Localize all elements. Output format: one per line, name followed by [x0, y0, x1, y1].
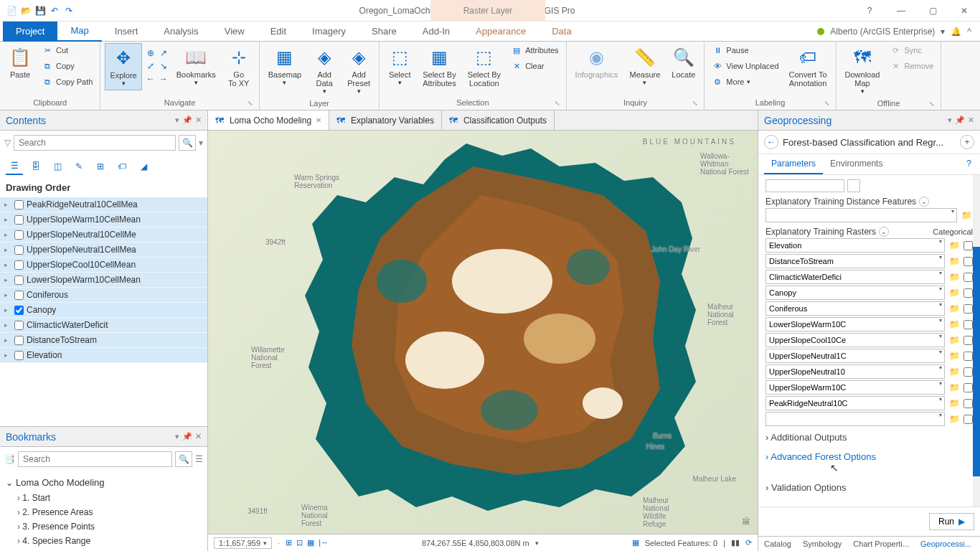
gp-bottom-tab[interactable]: Chart Properti...: [847, 537, 915, 551]
close-icon[interactable]: ✕: [954, 1, 974, 21]
categorical-checkbox[interactable]: [963, 273, 973, 282]
sb-icon[interactable]: |↔: [319, 538, 329, 547]
toc-layer-item[interactable]: ▸PeakRidgeNeutral10CellMea: [0, 197, 207, 212]
section-validation-options[interactable]: Validation Options: [765, 478, 973, 497]
dialog-launcher-icon[interactable]: ⤡: [692, 100, 698, 107]
dialog-launcher-icon[interactable]: ⤡: [555, 100, 560, 107]
layer-visibility-checkbox[interactable]: [14, 336, 24, 345]
tab-appearance[interactable]: Appearance: [463, 22, 539, 42]
help-icon[interactable]: ?: [859, 1, 880, 21]
raster-input[interactable]: [765, 270, 945, 284]
bookmarks-search-input[interactable]: [18, 451, 172, 467]
help-icon[interactable]: ?: [963, 154, 974, 174]
notifications-icon[interactable]: 🔔: [951, 27, 961, 37]
locate-button[interactable]: 🔍Locate: [667, 43, 699, 82]
copy-path-button[interactable]: ⧉Copy Path: [39, 75, 95, 89]
raster-input[interactable]: [765, 317, 945, 331]
sb-icon[interactable]: ▦: [307, 538, 314, 547]
list-drawing-order-icon[interactable]: ☰: [6, 158, 23, 175]
browse-folder-icon[interactable]: 📁: [948, 413, 961, 425]
explore-button[interactable]: ✥Explore▾: [105, 43, 141, 90]
tab-share[interactable]: Share: [359, 22, 410, 42]
tab-edit[interactable]: Edit: [258, 22, 299, 42]
layer-visibility-checkbox[interactable]: [14, 321, 24, 330]
categorical-checkbox[interactable]: [963, 304, 973, 314]
gp-bottom-tab[interactable]: Symbology: [797, 537, 847, 551]
layer-visibility-checkbox[interactable]: [14, 230, 24, 240]
raster-input[interactable]: [765, 412, 945, 426]
run-button[interactable]: Run▶: [929, 513, 974, 530]
gp-bottom-tab[interactable]: Geoprocessi...: [915, 537, 977, 551]
gp-chk[interactable]: [847, 179, 860, 192]
list-editing-icon[interactable]: ✎: [70, 158, 88, 175]
coords-dropdown-icon[interactable]: ▾: [535, 540, 539, 547]
expand-icon[interactable]: ▸: [4, 336, 11, 344]
list-snapping-icon[interactable]: ⊞: [92, 158, 109, 175]
search-button[interactable]: 🔍: [175, 451, 192, 467]
layer-visibility-checkbox[interactable]: [14, 276, 24, 285]
tab-view[interactable]: View: [212, 22, 258, 42]
map-tab[interactable]: 🗺Explanatory Variables: [329, 110, 442, 130]
close-pane-icon[interactable]: ✕: [195, 116, 202, 125]
bookmarks-menu-icon[interactable]: ☰: [195, 454, 203, 464]
raster-input[interactable]: [765, 254, 945, 268]
layer-visibility-checkbox[interactable]: [14, 215, 24, 225]
browse-folder-icon[interactable]: 📁: [948, 381, 961, 394]
raster-input[interactable]: [765, 286, 945, 300]
toc-layer-item[interactable]: ▸UpperSlopeWarm10CellMean: [0, 212, 207, 227]
expand-icon[interactable]: ▸: [4, 261, 11, 268]
basemap-button[interactable]: ▦Basemap▾: [264, 43, 306, 89]
search-menu-icon[interactable]: ▾: [199, 138, 203, 148]
gp-bottom-tab[interactable]: Catalog: [758, 537, 797, 551]
tab-imagery[interactable]: Imagery: [299, 22, 359, 42]
bookmark-group[interactable]: Loma Ocho Modeling: [6, 474, 202, 491]
raster-input[interactable]: [765, 333, 945, 347]
search-button[interactable]: 🔍: [179, 135, 196, 151]
browse-folder-icon[interactable]: 📁: [960, 209, 973, 222]
browse-folder-icon[interactable]: 📁: [948, 397, 961, 410]
browse-folder-icon[interactable]: 📁: [948, 255, 961, 268]
browse-folder-icon[interactable]: 📁: [948, 270, 961, 283]
toc-layer-item[interactable]: ▸Canopy: [0, 303, 207, 318]
categorical-checkbox[interactable]: [963, 352, 973, 361]
convert-annotation-button[interactable]: 🏷Convert To Annotation: [785, 43, 831, 90]
dialog-launcher-icon[interactable]: ⤡: [248, 100, 253, 107]
layer-visibility-checkbox[interactable]: [14, 351, 24, 360]
close-tab-icon[interactable]: ✕: [316, 116, 321, 124]
toc-layer-item[interactable]: ▸Coniferous: [0, 288, 207, 303]
toc-layer-item[interactable]: ▸DistanceToStream: [0, 333, 207, 348]
tab-addin[interactable]: Add-In: [410, 22, 463, 42]
raster-input[interactable]: [765, 349, 945, 363]
collapse-ribbon-icon[interactable]: ^: [967, 27, 971, 37]
map-tab[interactable]: 🗺Classification Outputs: [442, 110, 555, 130]
dialog-launcher-icon[interactable]: ⤡: [929, 100, 935, 108]
toc-layer-item[interactable]: ▸UpperSlopeCool10CellMean: [0, 258, 207, 273]
bookmarks-button[interactable]: 📖Bookmarks▾: [172, 43, 220, 89]
user-name[interactable]: Alberto (ArcGIS Enterprise): [830, 27, 935, 37]
dropdown-icon[interactable]: ▾: [948, 116, 952, 125]
map-canvas[interactable]: BLUE MOUNTAINS Wallowa-Whitman National …: [208, 131, 758, 534]
go-to-xy-button[interactable]: ⊹Go To XY: [223, 43, 255, 90]
redo-icon[interactable]: ↷: [63, 5, 75, 17]
chevron-down-icon[interactable]: ⌄: [919, 197, 929, 207]
raster-input[interactable]: [765, 301, 945, 316]
raster-input[interactable]: [765, 238, 945, 253]
bookmark-item[interactable]: 1. Start: [6, 491, 202, 505]
raster-input[interactable]: [765, 364, 945, 379]
gp-scrollbar[interactable]: [973, 175, 980, 507]
pause-drawing-icon[interactable]: ▮▮: [731, 538, 740, 547]
select-button[interactable]: ⬚Select▾: [384, 43, 415, 89]
select-by-attributes-button[interactable]: ▦Select By Attributes: [418, 43, 460, 90]
tab-environments[interactable]: Environments: [823, 154, 890, 174]
add-preset-button[interactable]: ◈Add Preset▾: [343, 43, 374, 98]
browse-folder-icon[interactable]: 📁: [948, 302, 961, 315]
measure-button[interactable]: 📏Measure▾: [626, 43, 665, 89]
categorical-checkbox[interactable]: [963, 336, 973, 345]
gp-value-input[interactable]: [765, 179, 844, 192]
categorical-checkbox[interactable]: [963, 383, 973, 392]
list-selection-icon[interactable]: ◫: [49, 158, 66, 175]
layer-visibility-checkbox[interactable]: [14, 200, 24, 209]
dist-features-input[interactable]: [765, 208, 957, 222]
paste-button[interactable]: 📋Paste: [4, 43, 36, 82]
contents-search-input[interactable]: [14, 135, 176, 151]
